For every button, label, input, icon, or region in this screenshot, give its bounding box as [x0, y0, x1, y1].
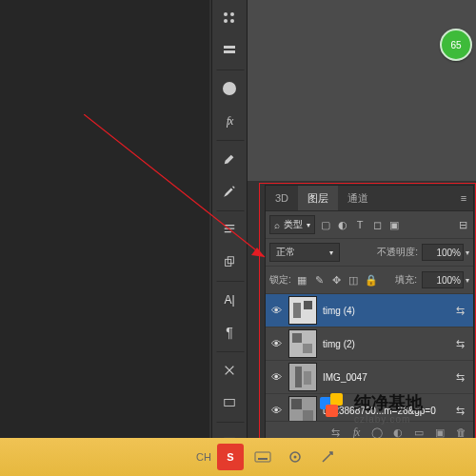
layer-name[interactable]: timg (4) [323, 306, 450, 316]
lock-transparency-icon[interactable]: ▦ [296, 274, 308, 287]
layer-thumbnail[interactable] [288, 363, 317, 391]
layer-name[interactable]: timg (2) [323, 339, 450, 349]
visibility-icon[interactable]: 👁 [269, 370, 283, 384]
layer-thumbnail[interactable] [288, 329, 317, 358]
lock-artboard-icon[interactable]: ◫ [347, 274, 360, 287]
paragraph-icon[interactable] [215, 215, 244, 244]
opacity-label: 不透明度: [377, 246, 418, 259]
toolbar-separator [216, 139, 245, 141]
layer-thumbnail[interactable] [288, 296, 317, 325]
brush-presets-icon[interactable] [215, 177, 244, 206]
mask-icon[interactable]: ◯ [370, 426, 384, 439]
layer-row[interactable]: 👁 timg (4) ⇆ [266, 294, 473, 327]
ime-settings-icon[interactable] [282, 444, 308, 470]
svg-point-0 [224, 12, 228, 16]
styles-icon[interactable]: fx [215, 107, 244, 135]
toolbar-separator [216, 350, 245, 352]
blend-row: 正常 ▾ 不透明度: 100% ▾ [266, 239, 473, 267]
filter-pixel-icon[interactable]: ▢ [319, 219, 332, 231]
svg-point-3 [230, 19, 234, 23]
link-icon[interactable]: ⇆ [456, 405, 469, 417]
svg-rect-12 [293, 303, 301, 318]
layer-row[interactable]: 👁 timg (2) ⇆ [266, 327, 473, 361]
filter-type-icon[interactable]: T [353, 219, 367, 230]
history-icon[interactable] [215, 36, 244, 65]
tab-layers[interactable]: 图层 [298, 186, 338, 210]
svg-rect-13 [304, 301, 312, 309]
svg-rect-8 [225, 400, 235, 407]
filter-type-label: 类型 [284, 218, 303, 231]
svg-rect-16 [303, 344, 312, 353]
ime-keyboard-icon[interactable] [249, 444, 276, 470]
svg-rect-18 [295, 367, 302, 387]
layer-name[interactable]: u=23868700...m=26&gp=0 [323, 406, 450, 416]
panel-menu-icon[interactable]: ≡ [454, 192, 473, 204]
svg-rect-4 [224, 46, 235, 49]
sogou-ime-icon[interactable]: S [217, 444, 244, 470]
adjustments-icon[interactable] [215, 74, 244, 103]
lock-all-icon[interactable]: 🔒 [365, 274, 377, 287]
new-layer-icon[interactable]: ▣ [433, 426, 446, 439]
panel-toolbar: fx A| ¶ [211, 0, 248, 438]
clone-icon[interactable] [215, 248, 244, 276]
svg-rect-22 [303, 410, 313, 421]
visibility-icon[interactable]: 👁 [269, 404, 283, 417]
visibility-icon[interactable]: 👁 [269, 337, 283, 350]
svg-marker-24 [251, 248, 265, 257]
toolbar-separator [216, 69, 245, 70]
filter-toggle-icon[interactable]: ⊟ [456, 219, 469, 231]
chevron-down-icon: ▾ [307, 221, 310, 229]
delete-icon[interactable]: 🗑 [454, 426, 467, 438]
score-badge: 65 [440, 29, 472, 61]
panel-tabs: 3D 图层 通道 ≡ [266, 186, 473, 211]
taskbar: CH S [0, 438, 476, 476]
brush-icon[interactable] [215, 145, 244, 173]
fill-label: 填充: [395, 273, 417, 287]
opacity-control[interactable]: 100% ▾ [422, 244, 469, 261]
group-icon[interactable]: ▭ [412, 426, 426, 439]
tab-channels[interactable]: 通道 [338, 186, 378, 210]
svg-rect-26 [258, 458, 268, 460]
toolbar-separator [216, 209, 245, 211]
svg-rect-15 [292, 333, 302, 343]
blend-mode-value: 正常 [276, 246, 295, 259]
lock-label: 锁定: [269, 273, 291, 287]
fill-control[interactable]: 100% ▾ [422, 271, 469, 288]
link-layers-icon[interactable]: ⇆ [328, 426, 342, 439]
visibility-icon[interactable]: 👁 [269, 304, 283, 317]
ime-tool-icon[interactable] [314, 444, 341, 470]
toolbar-separator [216, 421, 245, 423]
layer-name[interactable]: IMG_0047 [323, 372, 450, 383]
link-icon[interactable]: ⇆ [456, 305, 469, 317]
svg-point-1 [230, 12, 234, 16]
link-icon[interactable]: ⇆ [456, 371, 469, 384]
opacity-value[interactable]: 100% [422, 244, 464, 261]
notes-icon[interactable]: ¶ [215, 318, 244, 347]
ime-lang-indicator[interactable]: CH [196, 451, 211, 463]
layer-row[interactable]: 👁 IMG_0047 ⇆ [266, 361, 473, 394]
tab-3d[interactable]: 3D [266, 186, 298, 210]
blend-mode-select[interactable]: 正常 ▾ [269, 243, 340, 262]
character-icon[interactable]: A| [215, 286, 244, 314]
filter-adjust-icon[interactable]: ◐ [336, 219, 349, 231]
svg-rect-19 [304, 371, 311, 385]
svg-rect-5 [224, 50, 235, 53]
svg-point-2 [224, 19, 228, 23]
link-icon[interactable]: ⇆ [456, 338, 469, 350]
toolbar-separator [216, 280, 245, 282]
lock-paint-icon[interactable]: ✎ [313, 274, 326, 287]
filter-shape-icon[interactable]: ◻ [370, 219, 384, 231]
svg-rect-25 [255, 452, 270, 462]
tools-icon[interactable] [215, 356, 244, 385]
view-icon[interactable] [215, 388, 244, 417]
swatches-icon[interactable] [215, 4, 244, 32]
filter-smart-icon[interactable]: ▣ [387, 219, 401, 231]
canvas-light-area: 65 [248, 0, 476, 181]
search-icon: ⌕ [274, 220, 280, 230]
svg-rect-21 [291, 399, 302, 409]
layer-filter-row: ⌕ 类型 ▾ ▢ ◐ T ◻ ▣ ⊟ [266, 211, 473, 239]
filter-type-select[interactable]: ⌕ 类型 ▾ [269, 215, 315, 234]
lock-position-icon[interactable]: ✥ [330, 274, 343, 287]
fill-value[interactable]: 100% [422, 271, 464, 288]
adjustment-icon[interactable]: ◐ [391, 426, 405, 439]
